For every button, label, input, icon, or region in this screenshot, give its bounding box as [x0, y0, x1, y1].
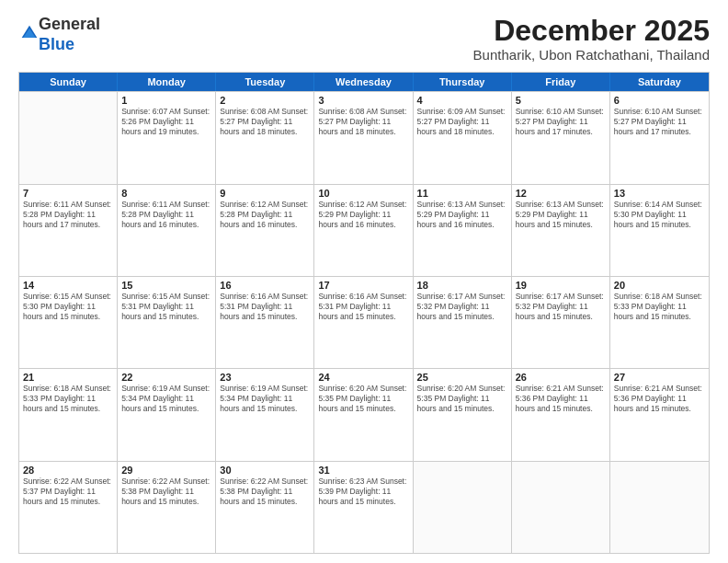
day-info: Sunrise: 6:10 AM Sunset: 5:27 PM Dayligh… [614, 107, 705, 137]
day-number: 14 [23, 280, 113, 291]
empty-cell [610, 462, 709, 553]
day-22: 22Sunrise: 6:19 AM Sunset: 5:34 PM Dayli… [118, 369, 216, 460]
day-info: Sunrise: 6:22 AM Sunset: 5:37 PM Dayligh… [23, 477, 113, 507]
day-19: 19Sunrise: 6:17 AM Sunset: 5:32 PM Dayli… [512, 277, 610, 368]
logo: General Blue [18, 15, 100, 54]
calendar-body: 1Sunrise: 6:07 AM Sunset: 5:26 PM Daylig… [19, 91, 709, 553]
day-number: 11 [417, 188, 507, 199]
header-wednesday: Wednesday [314, 73, 413, 91]
day-info: Sunrise: 6:10 AM Sunset: 5:27 PM Dayligh… [516, 107, 606, 137]
header-sunday: Sunday [19, 73, 118, 91]
day-number: 29 [121, 465, 211, 476]
day-27: 27Sunrise: 6:21 AM Sunset: 5:36 PM Dayli… [610, 369, 709, 460]
empty-cell [414, 462, 512, 553]
day-5: 5Sunrise: 6:10 AM Sunset: 5:27 PM Daylig… [512, 92, 610, 183]
day-number: 15 [121, 280, 211, 291]
day-info: Sunrise: 6:20 AM Sunset: 5:35 PM Dayligh… [318, 384, 408, 414]
day-number: 3 [318, 95, 408, 106]
day-number: 21 [23, 372, 113, 383]
day-7: 7Sunrise: 6:11 AM Sunset: 5:28 PM Daylig… [19, 185, 118, 276]
day-11: 11Sunrise: 6:13 AM Sunset: 5:29 PM Dayli… [414, 185, 512, 276]
day-info: Sunrise: 6:19 AM Sunset: 5:34 PM Dayligh… [220, 384, 310, 414]
day-18: 18Sunrise: 6:17 AM Sunset: 5:32 PM Dayli… [414, 277, 512, 368]
week-row-4: 21Sunrise: 6:18 AM Sunset: 5:33 PM Dayli… [19, 368, 709, 460]
day-info: Sunrise: 6:09 AM Sunset: 5:27 PM Dayligh… [417, 107, 507, 137]
day-number: 24 [318, 372, 408, 383]
logo-icon [20, 24, 39, 42]
day-number: 7 [23, 188, 113, 199]
day-info: Sunrise: 6:11 AM Sunset: 5:28 PM Dayligh… [23, 200, 113, 230]
header-saturday: Saturday [610, 73, 709, 91]
page: General Blue December 2025 Buntharik, Ub… [0, 0, 728, 563]
day-25: 25Sunrise: 6:20 AM Sunset: 5:35 PM Dayli… [414, 369, 512, 460]
header-monday: Monday [118, 73, 216, 91]
logo-general: General [39, 15, 100, 33]
day-26: 26Sunrise: 6:21 AM Sunset: 5:36 PM Dayli… [512, 369, 610, 460]
day-6: 6Sunrise: 6:10 AM Sunset: 5:27 PM Daylig… [610, 92, 709, 183]
header-tuesday: Tuesday [216, 73, 314, 91]
day-17: 17Sunrise: 6:16 AM Sunset: 5:31 PM Dayli… [314, 277, 413, 368]
day-info: Sunrise: 6:14 AM Sunset: 5:30 PM Dayligh… [614, 200, 705, 230]
day-16: 16Sunrise: 6:16 AM Sunset: 5:31 PM Dayli… [216, 277, 314, 368]
header: General Blue December 2025 Buntharik, Ub… [18, 15, 710, 63]
day-number: 30 [220, 465, 310, 476]
day-info: Sunrise: 6:22 AM Sunset: 5:38 PM Dayligh… [121, 477, 211, 507]
day-info: Sunrise: 6:21 AM Sunset: 5:36 PM Dayligh… [516, 384, 606, 414]
day-number: 27 [614, 372, 705, 383]
calendar-header: SundayMondayTuesdayWednesdayThursdayFrid… [19, 73, 709, 91]
day-info: Sunrise: 6:16 AM Sunset: 5:31 PM Dayligh… [318, 292, 408, 322]
day-info: Sunrise: 6:15 AM Sunset: 5:31 PM Dayligh… [121, 292, 211, 322]
day-number: 16 [220, 280, 310, 291]
day-13: 13Sunrise: 6:14 AM Sunset: 5:30 PM Dayli… [610, 185, 709, 276]
day-info: Sunrise: 6:07 AM Sunset: 5:26 PM Dayligh… [121, 107, 211, 137]
day-9: 9Sunrise: 6:12 AM Sunset: 5:28 PM Daylig… [216, 185, 314, 276]
day-number: 1 [121, 95, 211, 106]
day-30: 30Sunrise: 6:22 AM Sunset: 5:38 PM Dayli… [216, 462, 314, 553]
day-info: Sunrise: 6:08 AM Sunset: 5:27 PM Dayligh… [318, 107, 408, 137]
title-block: December 2025 Buntharik, Ubon Ratchathan… [473, 15, 710, 63]
location-title: Buntharik, Ubon Ratchathani, Thailand [473, 47, 710, 63]
day-28: 28Sunrise: 6:22 AM Sunset: 5:37 PM Dayli… [19, 462, 118, 553]
day-number: 2 [220, 95, 310, 106]
day-number: 20 [614, 280, 705, 291]
day-number: 13 [614, 188, 705, 199]
header-friday: Friday [512, 73, 610, 91]
day-info: Sunrise: 6:08 AM Sunset: 5:27 PM Dayligh… [220, 107, 310, 137]
day-number: 8 [121, 188, 211, 199]
day-number: 19 [516, 280, 606, 291]
day-15: 15Sunrise: 6:15 AM Sunset: 5:31 PM Dayli… [118, 277, 216, 368]
empty-cell [512, 462, 610, 553]
day-info: Sunrise: 6:22 AM Sunset: 5:38 PM Dayligh… [220, 477, 310, 507]
day-number: 4 [417, 95, 507, 106]
day-info: Sunrise: 6:20 AM Sunset: 5:35 PM Dayligh… [417, 384, 507, 414]
day-3: 3Sunrise: 6:08 AM Sunset: 5:27 PM Daylig… [314, 92, 413, 183]
day-info: Sunrise: 6:11 AM Sunset: 5:28 PM Dayligh… [121, 200, 211, 230]
day-10: 10Sunrise: 6:12 AM Sunset: 5:29 PM Dayli… [314, 185, 413, 276]
day-info: Sunrise: 6:12 AM Sunset: 5:29 PM Dayligh… [318, 200, 408, 230]
day-info: Sunrise: 6:17 AM Sunset: 5:32 PM Dayligh… [516, 292, 606, 322]
day-info: Sunrise: 6:12 AM Sunset: 5:28 PM Dayligh… [220, 200, 310, 230]
day-number: 26 [516, 372, 606, 383]
header-thursday: Thursday [414, 73, 512, 91]
day-number: 17 [318, 280, 408, 291]
day-info: Sunrise: 6:17 AM Sunset: 5:32 PM Dayligh… [417, 292, 507, 322]
week-row-1: 1Sunrise: 6:07 AM Sunset: 5:26 PM Daylig… [19, 91, 709, 183]
calendar: SundayMondayTuesdayWednesdayThursdayFrid… [18, 72, 710, 554]
day-2: 2Sunrise: 6:08 AM Sunset: 5:27 PM Daylig… [216, 92, 314, 183]
day-info: Sunrise: 6:18 AM Sunset: 5:33 PM Dayligh… [23, 384, 113, 414]
day-number: 9 [220, 188, 310, 199]
day-info: Sunrise: 6:23 AM Sunset: 5:39 PM Dayligh… [318, 477, 408, 507]
month-title: December 2025 [473, 15, 710, 47]
day-info: Sunrise: 6:19 AM Sunset: 5:34 PM Dayligh… [121, 384, 211, 414]
day-number: 18 [417, 280, 507, 291]
day-info: Sunrise: 6:13 AM Sunset: 5:29 PM Dayligh… [516, 200, 606, 230]
day-20: 20Sunrise: 6:18 AM Sunset: 5:33 PM Dayli… [610, 277, 709, 368]
day-29: 29Sunrise: 6:22 AM Sunset: 5:38 PM Dayli… [118, 462, 216, 553]
day-number: 12 [516, 188, 606, 199]
day-info: Sunrise: 6:15 AM Sunset: 5:30 PM Dayligh… [23, 292, 113, 322]
day-info: Sunrise: 6:16 AM Sunset: 5:31 PM Dayligh… [220, 292, 310, 322]
day-number: 22 [121, 372, 211, 383]
day-24: 24Sunrise: 6:20 AM Sunset: 5:35 PM Dayli… [314, 369, 413, 460]
day-info: Sunrise: 6:21 AM Sunset: 5:36 PM Dayligh… [614, 384, 705, 414]
day-23: 23Sunrise: 6:19 AM Sunset: 5:34 PM Dayli… [216, 369, 314, 460]
